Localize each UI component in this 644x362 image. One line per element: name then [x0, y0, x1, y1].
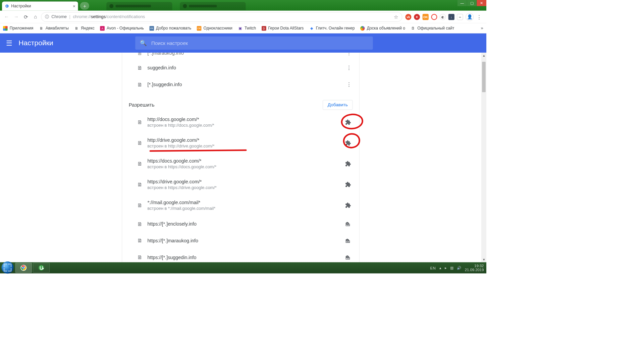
nav-reload-button[interactable]: ⟳ [22, 13, 30, 21]
allowed-site-row[interactable]: 🗎*://mail.google.com/mail*встроен в *://… [122, 195, 359, 216]
page-icon: 🗎 [137, 238, 143, 244]
tray-network-icon[interactable]: ▥ [450, 266, 453, 270]
windows-taskbar: EN ▴ ▸ ▥ 🔊 19:32 21.09.2019 [0, 262, 486, 273]
bookmarks-overflow-button[interactable]: » [481, 25, 483, 31]
chrome-menu-button[interactable]: ⋮ [476, 14, 482, 20]
new-tab-button[interactable]: ＋ [80, 2, 89, 10]
window-maximize-button[interactable]: ▢ [467, 0, 477, 6]
tray-flag-icon[interactable]: ▸ [445, 266, 446, 270]
bookmark-item[interactable]: VKДобро пожаловать [149, 26, 191, 31]
bookmark-item[interactable]: Доска объявлений о [360, 26, 405, 31]
tray-clock[interactable]: 19:32 21.09.2019 [465, 264, 484, 272]
svg-point-3 [23, 267, 24, 268]
page-icon: 🗎 [137, 53, 143, 56]
settings-header: ☰ Настройки 🔍 Поиск настроек [0, 34, 486, 53]
extension-icon [345, 161, 353, 167]
omnibox[interactable]: ⓘ Chrome | chrome://settings/content/not… [41, 12, 402, 22]
avon-icon: A [100, 26, 105, 31]
bookmark-item[interactable]: DГерои Dota AllStars [262, 26, 304, 31]
add-site-button[interactable]: Добавить [323, 100, 353, 110]
glitch-icon: ◆ [309, 26, 314, 31]
settings-title: Настройки [18, 39, 53, 47]
profile-avatar[interactable]: 👤 [466, 13, 474, 21]
row-menu-button[interactable]: ⋮ [345, 81, 353, 88]
blocked-site-row[interactable]: 🗎 [*.]suggedin.info ⋮ [122, 76, 359, 93]
site-icon: 🗓 [411, 26, 416, 31]
omnibox-prefix: Chrome [51, 14, 67, 19]
extension-icon[interactable]: ∞ [457, 14, 463, 20]
page-icon: 🗎 [39, 26, 44, 31]
extension-icon[interactable]: OK [423, 14, 429, 20]
page-icon: 🗎 [137, 221, 143, 227]
window-close-button[interactable]: ✕ [477, 0, 486, 6]
inactive-tabs-area [106, 2, 246, 11]
bookmarks-bar: Приложения 🗎Авиабилеты 🗎Яндекс AAvon - О… [0, 23, 486, 33]
ghost-tab[interactable] [106, 2, 172, 10]
blocked-site-row[interactable]: 🗎 suggedin.info ⋮ [122, 59, 359, 76]
gear-icon [5, 4, 9, 8]
tray-volume-icon[interactable]: 🔊 [457, 266, 461, 270]
bookmark-item[interactable]: 🗎Яндекс [74, 26, 94, 31]
bookmark-item[interactable]: AAvon - Официальнь [100, 26, 144, 31]
blocked-site-row[interactable]: 🗎 [*.]maraukog.info ⋮ [122, 53, 359, 59]
page-icon: 🗎 [137, 65, 143, 71]
start-button[interactable] [2, 261, 14, 274]
ghost-tab[interactable] [180, 2, 246, 10]
tab-strip: Настройки × ＋ [0, 0, 246, 11]
page-icon: 🗎 [137, 182, 143, 187]
close-tab-icon[interactable]: × [73, 3, 75, 9]
taskbar-app-utorrent[interactable] [33, 263, 50, 273]
allowed-site-row[interactable]: 🗎http://docs.google.com/*встроен в http:… [122, 112, 359, 133]
extension-icon[interactable]: ✦ [414, 14, 420, 20]
page-icon: 🗎 [137, 82, 143, 87]
nav-home-button[interactable]: ⌂ [32, 13, 40, 21]
page-icon: 🗎 [137, 254, 143, 260]
settings-search[interactable]: 🔍 Поиск настроек [136, 37, 373, 50]
bookmark-item[interactable]: 🗎Авиабилеты [39, 26, 69, 31]
row-menu-button[interactable]: ⋮ [345, 65, 353, 71]
allowed-site-row[interactable]: 🗎https://docs.google.com/*встроен в http… [122, 154, 359, 174]
scroll-down-button[interactable]: ▾ [481, 257, 486, 262]
allowed-site-row[interactable]: 🗎https://[*.]suggedin.info [122, 249, 359, 262]
notifications-card: 🗎 [*.]maraukog.info ⋮ 🗎 suggedin.info ⋮ … [122, 53, 359, 262]
extension-icon[interactable]: vk [405, 14, 411, 20]
bookmark-apps[interactable]: Приложения [3, 26, 33, 31]
row-menu-button[interactable]: ⋮ [345, 53, 353, 56]
page-icon: 🗎 [137, 140, 143, 146]
tab-title: Настройки [11, 4, 31, 8]
nav-forward-button[interactable]: → [12, 13, 20, 21]
scroll-thumb[interactable] [482, 62, 486, 92]
dota-icon: D [262, 26, 266, 31]
site-info-icon[interactable]: ⓘ [45, 14, 49, 19]
browser-tab-active[interactable]: Настройки × [2, 2, 78, 11]
bookmark-item[interactable]: 🗓Официальный сайт [411, 26, 454, 31]
bookmark-item[interactable]: ◆Глитч. Онлайн генер [309, 26, 355, 31]
page-icon: 🗎 [137, 161, 143, 167]
allowed-site-row[interactable]: 🗎https://[*.]maraukog.info [122, 232, 359, 249]
extension-icon[interactable] [431, 14, 437, 20]
extension-icon [345, 140, 353, 146]
bookmark-item[interactable]: ▣Twitch [238, 26, 256, 31]
page-icon: 🗎 [137, 119, 143, 125]
allowed-site-row[interactable]: 🗎https://[*.]enclosely.info [122, 216, 359, 232]
allow-section-title: Разрешить [129, 102, 155, 108]
apps-grid-icon [3, 26, 8, 31]
bookmark-star-icon[interactable]: ☆ [394, 14, 398, 20]
content-scrollbar[interactable]: ▴ ▾ [481, 53, 486, 262]
org-icon [345, 221, 353, 227]
nav-back-button[interactable]: ← [3, 13, 11, 21]
allowed-site-row[interactable]: 🗎https://drive.google.com/*встроен в htt… [122, 174, 359, 195]
allowed-site-row[interactable]: 🗎http://drive.google.com/*встроен в http… [122, 133, 359, 154]
tray-language[interactable]: EN [430, 266, 436, 270]
tray-show-hidden-icon[interactable]: ▴ [439, 266, 441, 270]
org-icon [345, 238, 353, 244]
taskbar-app-chrome[interactable] [15, 263, 32, 273]
scroll-up-button[interactable]: ▴ [481, 53, 486, 58]
bookmark-item[interactable]: OKОдноклассники [197, 26, 232, 31]
browser-toolbar: ← → ⟳ ⌂ ⓘ Chrome | chrome://settings/con… [0, 11, 486, 23]
window-minimize-button[interactable]: — [458, 0, 467, 6]
extension-icon[interactable]: ↓ [448, 14, 454, 20]
twitch-icon: ▣ [238, 26, 243, 31]
extension-icon[interactable]: ◐ [440, 14, 446, 20]
settings-menu-button[interactable]: ☰ [6, 39, 12, 47]
